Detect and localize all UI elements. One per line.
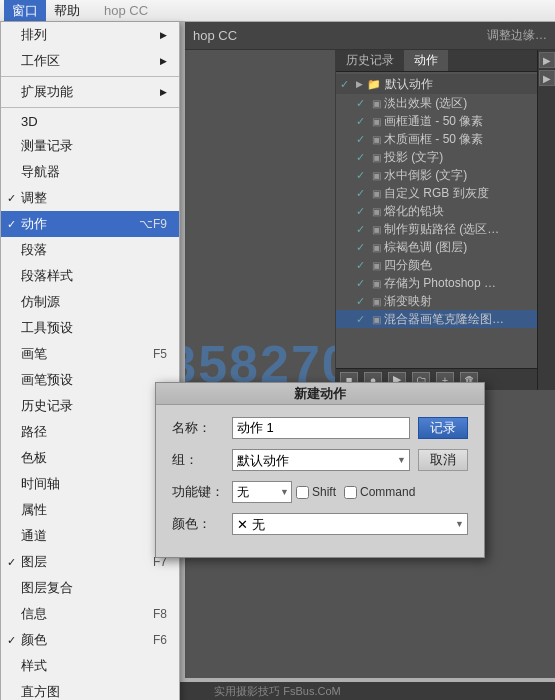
action-label-2: 木质画框 - 50 像素 <box>384 131 483 148</box>
name-label: 名称： <box>172 419 232 437</box>
ps-app-name: hop CC <box>193 28 237 43</box>
function-key-select[interactable]: 无 <box>232 481 292 503</box>
strip-btn-2[interactable]: ▶ <box>539 70 555 86</box>
action-icon-1: ▣ <box>372 116 381 127</box>
check-10: ✓ <box>356 277 368 290</box>
check-7: ✓ <box>356 223 368 236</box>
menu-图层[interactable]: 图层 F7 <box>1 549 179 575</box>
action-icon-4: ▣ <box>372 170 381 181</box>
menu-信息[interactable]: 信息 F8 <box>1 601 179 627</box>
group-check-icon: ✓ <box>340 78 352 91</box>
check-8: ✓ <box>356 241 368 254</box>
color-row: 颜色： ✕ 无 <box>172 513 468 535</box>
menu-时间轴[interactable]: 时间轴 <box>1 471 179 497</box>
shift-checkbox[interactable] <box>296 486 309 499</box>
action-label-6: 熔化的铅块 <box>384 203 444 220</box>
menu-颜色[interactable]: 颜色 F6 <box>1 627 179 653</box>
menu-调整[interactable]: 调整 <box>1 185 179 211</box>
name-input[interactable] <box>232 417 410 439</box>
action-row-7[interactable]: ✓ ▣ 制作剪贴路径 (选区… <box>336 220 555 238</box>
color-select[interactable]: ✕ 无 <box>232 513 468 535</box>
action-icon-0: ▣ <box>372 98 381 109</box>
function-key-row: 功能键： 无 Shift Command <box>172 481 468 503</box>
actions-list[interactable]: ✓ ▶ 📁 默认动作 ✓ ▣ 淡出效果 (选区) ✓ ▣ 画框通道 - 50 像… <box>336 72 555 352</box>
action-row-10[interactable]: ✓ ▣ 存储为 Photoshop … <box>336 274 555 292</box>
menu-路径[interactable]: 路径 <box>1 419 179 445</box>
shift-checkbox-label: Shift <box>296 485 336 499</box>
shortcut-动作: ⌥F9 <box>139 217 167 231</box>
menu-测量记录[interactable]: 测量记录 <box>1 133 179 159</box>
dialog-title: 新建动作 <box>156 383 484 405</box>
action-label-12: 混合器画笔克隆绘图… <box>384 311 504 328</box>
menu-动作[interactable]: 动作 ⌥F9 <box>1 211 179 237</box>
check-3: ✓ <box>356 151 368 164</box>
menu-画笔[interactable]: 画笔 F5 <box>1 341 179 367</box>
menu-3D[interactable]: 3D <box>1 110 179 133</box>
menu-画笔预设[interactable]: 画笔预设 <box>1 367 179 393</box>
menu-段落[interactable]: 段落 <box>1 237 179 263</box>
action-label-3: 投影 (文字) <box>384 149 443 166</box>
action-row-4[interactable]: ✓ ▣ 水中倒影 (文字) <box>336 166 555 184</box>
check-9: ✓ <box>356 259 368 272</box>
action-icon-8: ▣ <box>372 242 381 253</box>
menu-仿制源[interactable]: 仿制源 <box>1 289 179 315</box>
color-select-wrapper: ✕ 无 <box>232 513 468 535</box>
action-icon-7: ▣ <box>372 224 381 235</box>
menu-排列[interactable]: 排列 <box>1 22 179 48</box>
tab-history[interactable]: 历史记录 <box>336 50 404 71</box>
shortcut-颜色: F6 <box>153 633 167 647</box>
action-row-0[interactable]: ✓ ▣ 淡出效果 (选区) <box>336 94 555 112</box>
name-row: 名称： 记录 <box>172 417 468 439</box>
separator-1 <box>1 76 179 77</box>
command-checkbox[interactable] <box>344 486 357 499</box>
action-icon-5: ▣ <box>372 188 381 199</box>
group-select-wrapper: 默认动作 <box>232 449 410 471</box>
action-row-2[interactable]: ✓ ▣ 木质画框 - 50 像素 <box>336 130 555 148</box>
action-row-12[interactable]: ✓ ▣ 混合器画笔克隆绘图… <box>336 310 555 328</box>
tab-actions[interactable]: 动作 <box>404 50 448 71</box>
action-icon-9: ▣ <box>372 260 381 271</box>
menu-导航器[interactable]: 导航器 <box>1 159 179 185</box>
menu-样式[interactable]: 样式 <box>1 653 179 679</box>
function-key-label: 功能键： <box>172 483 232 501</box>
action-row-11[interactable]: ✓ ▣ 渐变映射 <box>336 292 555 310</box>
dropdown-menu[interactable]: 排列 工作区 扩展功能 3D 测量记录 导航器 调整 动作 ⌥F9 段落 段落样 <box>0 22 180 700</box>
group-label: 组： <box>172 451 232 469</box>
folder-symbol: 📁 <box>367 78 381 91</box>
action-row-1[interactable]: ✓ ▣ 画框通道 - 50 像素 <box>336 112 555 130</box>
menu-历史记录[interactable]: 历史记录 <box>1 393 179 419</box>
menu-工具预设[interactable]: 工具预设 <box>1 315 179 341</box>
strip-btn-1[interactable]: ▶ <box>539 52 555 68</box>
action-row-3[interactable]: ✓ ▣ 投影 (文字) <box>336 148 555 166</box>
separator-2 <box>1 107 179 108</box>
cancel-button[interactable]: 取消 <box>418 449 468 471</box>
menu-工作区[interactable]: 工作区 <box>1 48 179 74</box>
record-button[interactable]: 记录 <box>418 417 468 439</box>
action-group-default[interactable]: ✓ ▶ 📁 默认动作 <box>336 74 555 94</box>
tool-option[interactable]: 调整边缘… <box>487 27 547 44</box>
menu-item-window[interactable]: 窗口 <box>4 0 46 21</box>
menu-色板[interactable]: 色板 <box>1 445 179 471</box>
check-2: ✓ <box>356 133 368 146</box>
menu-直方图[interactable]: 直方图 <box>1 679 179 700</box>
ps-top-strip: hop CC 调整边缘… <box>185 22 555 50</box>
action-row-6[interactable]: ✓ ▣ 熔化的铅块 <box>336 202 555 220</box>
command-checkbox-label: Command <box>344 485 415 499</box>
menu-扩展功能[interactable]: 扩展功能 <box>1 79 179 105</box>
action-row-9[interactable]: ✓ ▣ 四分颜色 <box>336 256 555 274</box>
menu-item-help[interactable]: 帮助 <box>46 0 88 21</box>
action-icon-3: ▣ <box>372 152 381 163</box>
action-row-8[interactable]: ✓ ▣ 棕褐色调 (图层) <box>336 238 555 256</box>
action-icon-10: ▣ <box>372 278 381 289</box>
group-select[interactable]: 默认动作 <box>232 449 410 471</box>
right-panel-area: hop CC 调整边缘… 358270 POCO 摄影专题 http://pho… <box>185 22 555 678</box>
color-label: 颜色： <box>172 515 232 533</box>
check-0: ✓ <box>356 97 368 110</box>
menu-段落样式[interactable]: 段落样式 <box>1 263 179 289</box>
check-5: ✓ <box>356 187 368 200</box>
menu-图层复合[interactable]: 图层复合 <box>1 575 179 601</box>
action-label-1: 画框通道 - 50 像素 <box>384 113 483 130</box>
action-row-5[interactable]: ✓ ▣ 自定义 RGB 到灰度 <box>336 184 555 202</box>
menu-通道[interactable]: 通道 <box>1 523 179 549</box>
menu-属性[interactable]: 属性 <box>1 497 179 523</box>
